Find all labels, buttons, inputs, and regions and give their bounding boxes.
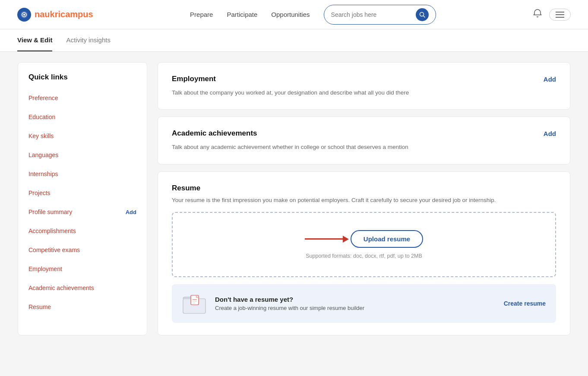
academic-achievements-card-header: Academic achievements Add (172, 129, 556, 138)
no-resume-left: Don't have a resume yet? Create a job-wi… (182, 293, 364, 314)
arrow-shaft (305, 238, 344, 240)
create-resume-button[interactable]: Create resume (504, 300, 546, 307)
no-resume-desc: Create a job-winning resume with our sim… (215, 305, 364, 311)
search-button[interactable] (416, 8, 429, 21)
svg-point-1 (23, 14, 25, 16)
nav-prepare[interactable]: Prepare (190, 11, 213, 18)
header-right (533, 9, 571, 21)
employment-card: Employment Add Talk about the company yo… (158, 62, 570, 110)
search-bar (324, 5, 436, 25)
main-nav: Prepare Participate Opportunities (190, 5, 436, 25)
sidebar-label-profile-summary: Profile summary (28, 209, 72, 215)
sidebar-item-preference[interactable]: Preference (18, 88, 147, 107)
sidebar-label-resume: Resume (28, 303, 51, 310)
employment-description: Talk about the company you worked at, yo… (172, 88, 556, 97)
academic-achievements-description: Talk about any academic achievement whet… (172, 143, 556, 152)
main-layout: Quick links Preference Education Key ski… (9, 52, 579, 346)
sidebar-label-languages: Languages (28, 152, 58, 158)
nav-opportunities[interactable]: Opportunities (271, 11, 310, 18)
sidebar-item-profile-summary[interactable]: Profile summary Add (18, 202, 147, 221)
sidebar-item-resume[interactable]: Resume (18, 297, 147, 316)
sidebar-item-academic-achievements[interactable]: Academic achievements (18, 278, 147, 297)
svg-line-3 (423, 16, 425, 17)
folder-icon (182, 293, 206, 314)
sidebar-title: Quick links (18, 71, 147, 88)
logo[interactable]: naukricampus (17, 8, 93, 22)
sidebar-item-internships[interactable]: Internships (18, 164, 147, 183)
header: naukricampus Prepare Participate Opportu… (0, 0, 588, 29)
sidebar-label-competitive-exams: Competitive exams (28, 246, 80, 253)
upload-arrow-group: Upload resume (305, 230, 423, 248)
no-resume-text: Don't have a resume yet? Create a job-wi… (215, 296, 364, 311)
logo-brand: naukri (35, 9, 60, 19)
resume-title: Resume (172, 184, 556, 193)
employment-add-button[interactable]: Add (544, 76, 556, 83)
sidebar-item-accomplishments[interactable]: Accomplishments (18, 221, 147, 240)
sidebar-label-education: Education (28, 114, 55, 120)
arrow-indicator (305, 238, 344, 240)
upload-resume-button[interactable]: Upload resume (351, 230, 423, 248)
nav-participate[interactable]: Participate (227, 11, 257, 18)
sidebar-item-education[interactable]: Education (18, 107, 147, 126)
academic-achievements-title: Academic achievements (172, 129, 257, 138)
logo-icon (17, 8, 31, 22)
no-resume-box: Don't have a resume yet? Create a job-wi… (172, 284, 556, 323)
sidebar-label-internships: Internships (28, 171, 58, 177)
employment-card-header: Employment Add (172, 75, 556, 83)
sidebar-label-accomplishments: Accomplishments (28, 227, 76, 234)
logo-accent: campus (60, 9, 93, 19)
sidebar-label-academic-achievements: Academic achievements (28, 284, 94, 291)
resume-card: Resume Your resume is the first impressi… (158, 171, 570, 335)
sidebar-item-languages[interactable]: Languages (18, 145, 147, 164)
sidebar-item-competitive-exams[interactable]: Competitive exams (18, 240, 147, 259)
sidebar-item-key-skills[interactable]: Key skills (18, 126, 147, 145)
no-resume-title: Don't have a resume yet? (215, 296, 364, 303)
sidebar: Quick links Preference Education Key ski… (18, 62, 147, 335)
sidebar-item-employment[interactable]: Employment (18, 259, 147, 278)
upload-area: Upload resume Supported formats: doc, do… (172, 212, 556, 277)
hamburger-icon (556, 12, 564, 18)
academic-achievements-add-button[interactable]: Add (544, 130, 556, 137)
sidebar-add-profile-summary[interactable]: Add (126, 209, 136, 215)
sidebar-item-projects[interactable]: Projects (18, 183, 147, 202)
sidebar-label-projects: Projects (28, 190, 51, 196)
employment-title: Employment (172, 75, 216, 83)
menu-button[interactable] (549, 9, 571, 21)
upload-formats-text: Supported formats: doc, docx, rtf, pdf, … (306, 253, 422, 259)
academic-achievements-card: Academic achievements Add Talk about any… (158, 117, 570, 164)
sidebar-label-employment: Employment (28, 265, 62, 272)
resume-description: Your resume is the first impression you … (172, 197, 556, 203)
sidebar-label-preference: Preference (28, 95, 58, 101)
logo-text: naukricampus (35, 9, 93, 19)
page-tabs: View & Edit Activity insights (0, 29, 588, 52)
tab-activity-insights[interactable]: Activity insights (66, 29, 111, 51)
tab-view-edit[interactable]: View & Edit (17, 29, 52, 51)
search-input[interactable] (331, 11, 414, 18)
arrow-head (343, 236, 349, 243)
notification-bell-icon[interactable] (533, 9, 542, 20)
content-area: Employment Add Talk about the company yo… (158, 62, 570, 335)
sidebar-label-key-skills: Key skills (28, 133, 54, 139)
search-icon (419, 12, 425, 18)
